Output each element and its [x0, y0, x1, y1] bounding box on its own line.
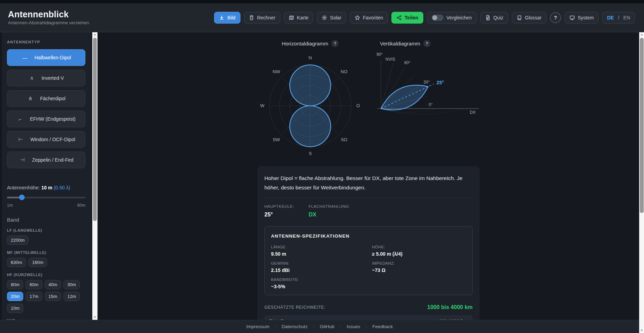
footer-link-issues[interactable]: Issues [347, 324, 360, 329]
button-label: Karte [297, 15, 308, 20]
spec-label: BANDBREITE: [271, 278, 365, 282]
action-button-glossar[interactable]: Glossar [512, 12, 546, 24]
button-label: Solar [330, 15, 341, 20]
button-label: Teilen [405, 15, 418, 20]
action-button-solar[interactable]: Solar [317, 12, 346, 24]
page-title: Antennenblick [8, 9, 89, 19]
stat-flachstrahlung: FLACHSTRAHLUNG:DX [308, 204, 350, 218]
toggle-knob [432, 15, 437, 20]
spec-box-title: ANTENNEN-SPEZIFIKATIONEN [271, 233, 466, 239]
band-chip-20m[interactable]: 20m [7, 292, 23, 301]
footer-separator: | [275, 324, 276, 329]
spec-länge: LÄNGE:9.50 m [271, 245, 365, 257]
footer-separator: | [313, 324, 314, 329]
footer: Impressum|Datenschutz|GitHub|Issues|Feed… [0, 320, 639, 333]
band-chip-12m[interactable]: 12m [63, 292, 80, 301]
spec-value: ~73 Ω [372, 267, 466, 273]
svg-text:60°: 60° [404, 60, 410, 65]
antenna-item-efhw-endgespeist[interactable]: ⌐EFHW (Endgespeist) [7, 111, 85, 127]
antenna-height-block: Antennenhöhe: 10 m (0.50 λ) 1m 60m [7, 185, 85, 208]
band-chip-17m[interactable]: 17m [26, 292, 42, 301]
antenna-item-label: Windom / OCF-Dipol [30, 137, 75, 142]
spec-value: ≥ 5.00 m (λ/4) [372, 251, 466, 257]
footer-separator: | [366, 324, 367, 329]
footer-links: Impressum|Datenschutz|GitHub|Issues|Feed… [246, 324, 393, 329]
zeppelin-icon: ⊣ [19, 157, 26, 163]
band-chip-630m[interactable]: 630m [7, 258, 26, 267]
spec-grid: LÄNGE:9.50 mHÖHE:≥ 5.00 m (λ/4)GEWINN:2.… [271, 245, 466, 289]
page-scrollbar[interactable]: ▲ ▼ [639, 32, 644, 333]
svg-text:30°: 30° [424, 80, 430, 85]
antenna-item-label: Zeppelin / End-Fed [32, 157, 73, 163]
band-chip-2200m[interactable]: 2200m [7, 236, 28, 245]
slider-thumb[interactable] [19, 195, 25, 200]
band-group-label-hf-kurzwelle: HF (KURZWELLE) [7, 273, 85, 277]
action-button-rechner[interactable]: Rechner [244, 12, 280, 24]
band-chip-80m[interactable]: 80m [7, 280, 23, 289]
system-button[interactable]: System [565, 12, 599, 24]
footer-link-datenschutz[interactable]: Datenschutz [282, 324, 308, 329]
svg-text:90°: 90° [376, 52, 383, 57]
action-button-quiz[interactable]: Quiz [480, 12, 508, 24]
scroll-up-icon[interactable]: ▲ [92, 32, 98, 37]
footer-link-github[interactable]: GitHub [320, 324, 334, 329]
svg-text:25°: 25° [437, 80, 444, 85]
action-button-karte[interactable]: Karte [284, 12, 313, 24]
help-button[interactable]: ? [550, 12, 561, 23]
sidebar-scroll-thumb[interactable] [93, 38, 97, 221]
button-label: Quiz [493, 15, 503, 20]
band-group-label-lf-langwelle: LF (LANGWELLE) [7, 228, 85, 232]
scroll-down-icon[interactable]: ▼ [639, 328, 644, 333]
sun-icon [322, 15, 327, 20]
page-scroll-thumb[interactable] [640, 38, 644, 213]
band-chip-row: 630m160m [7, 258, 85, 267]
antenna-item-zeppelin-end-fed[interactable]: ⊣Zeppelin / End-Fed [7, 152, 85, 168]
band-chip-15m[interactable]: 15m [45, 292, 61, 301]
antenna-item-inverted-v[interactable]: ∧Inverted-V [7, 70, 85, 86]
height-label: Antennenhöhe: [7, 185, 40, 190]
band-chip-160m[interactable]: 160m [28, 258, 48, 267]
antenna-description: Hoher Dipol = flache Abstrahlung. Besser… [264, 174, 473, 192]
language-divider: / [617, 15, 621, 20]
band-section-title: Band [7, 217, 85, 223]
dipole-icon: — [21, 55, 28, 61]
antenna-item-halbwellen-dipol[interactable]: —Halbwellen-Dipol [7, 49, 85, 66]
language-active: DE [607, 15, 613, 20]
height-slider[interactable] [7, 195, 85, 200]
svg-text:SW: SW [273, 137, 280, 142]
action-button-bild[interactable]: Bild [214, 12, 240, 24]
band-chip-10m[interactable]: 10m [7, 304, 23, 313]
system-label: System [578, 15, 594, 20]
compare-toggle[interactable]: Vergleichen [427, 12, 477, 24]
footer-link-feedback[interactable]: Feedback [372, 324, 393, 329]
band-chip-row: 2200m [7, 236, 85, 245]
toggle-switch-icon[interactable] [432, 15, 443, 21]
stat-label: HAUPTKEULE: [264, 204, 294, 208]
window-top-strip [0, 0, 644, 3]
scroll-down-icon[interactable]: ▼ [92, 315, 98, 320]
help-badge[interactable]: ? [331, 40, 339, 47]
antenna-item-fächerdipol[interactable]: ⋔Fächerdipol [7, 90, 85, 107]
band-chip-30m[interactable]: 30m [63, 280, 80, 289]
band-chip-40m[interactable]: 40m [45, 280, 61, 289]
antenna-item-label: EFHW (Endgespeist) [30, 116, 75, 122]
antenna-height-line: Antennenhöhe: 10 m (0.50 λ) [7, 185, 85, 190]
footer-link-impressum[interactable]: Impressum [246, 324, 270, 329]
action-button-teilen[interactable]: Teilen [391, 12, 423, 24]
windom-icon: ⊢ [17, 136, 24, 143]
band-chip-60m[interactable]: 60m [26, 280, 42, 289]
band-chip-row: 80m60m40m30m20m17m15m12m10m [7, 280, 85, 313]
language-switch[interactable]: DE / EN [602, 12, 635, 24]
dead-zone-row: Tote Zone: 100-1000 km [264, 315, 473, 320]
height-wavelength: (0.50 λ) [54, 185, 70, 190]
antenna-item-label: Fächerdipol [40, 96, 65, 101]
button-label: Glossar [525, 15, 542, 20]
share-icon [396, 15, 402, 20]
antenna-item-windom-ocf-dipol[interactable]: ⊢Windom / OCF-Dipol [7, 131, 85, 148]
sidebar-scrollbar[interactable]: ▲ ▼ [92, 32, 98, 320]
stat-value: DX [308, 212, 350, 218]
scroll-up-icon[interactable]: ▲ [639, 32, 644, 37]
action-button-favoriten[interactable]: Favoriten [350, 12, 388, 24]
button-label: Favoriten [363, 15, 383, 20]
main-content: Horizontaldiagramm ? Vertikaldiagramm ? … [98, 32, 639, 320]
